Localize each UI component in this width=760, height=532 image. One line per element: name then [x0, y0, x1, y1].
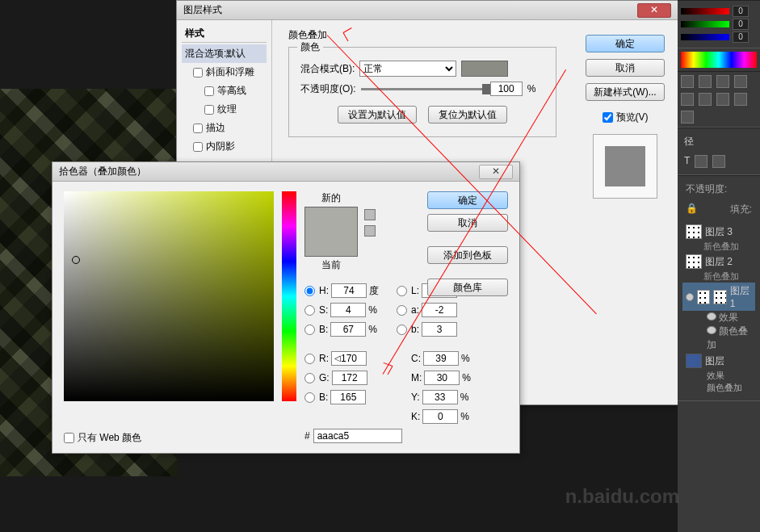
g-radio[interactable]	[304, 373, 315, 383]
r-slider[interactable]	[681, 8, 729, 15]
eye-icon[interactable]	[707, 326, 716, 334]
web-only-checkbox[interactable]: 只有 Web 颜色	[64, 431, 141, 445]
stroke-checkbox[interactable]: 描边	[182, 119, 267, 137]
add-swatch-button[interactable]: 添加到色板	[427, 246, 508, 264]
reset-default-button[interactable]: 复位为默认值	[428, 106, 507, 124]
cube-icon[interactable]	[364, 209, 376, 220]
styles-header: 样式	[182, 25, 267, 43]
color-picker-dialog: 拾色器（叠加颜色） ✕ ◁ 新的 当前	[52, 161, 520, 454]
current-label: 当前	[321, 258, 341, 272]
spectrum[interactable]	[681, 52, 757, 68]
layer-row[interactable]: 图层 2	[682, 253, 755, 270]
paths-panel: 径 T	[678, 128, 760, 175]
sv-cursor-icon	[72, 256, 80, 264]
dialog-title: 拾色器（叠加颜色）	[59, 165, 146, 178]
right-panels: 0 0 0 径 T 不透明度: 🔒填充: 图层 3 新色叠加 图层 2 新色叠加…	[678, 0, 760, 532]
new-color	[305, 207, 357, 232]
set-default-button[interactable]: 设置为默认值	[338, 106, 417, 124]
adjust-icon[interactable]	[681, 93, 694, 106]
preview-checkbox[interactable]: 预览(V)	[603, 111, 649, 124]
color-swatch[interactable]	[461, 61, 508, 77]
g-slider[interactable]	[681, 21, 729, 27]
lab-b-radio[interactable]	[397, 325, 407, 335]
s-radio[interactable]	[304, 305, 315, 316]
lock-icon[interactable]: 🔒	[686, 203, 698, 216]
ok-button[interactable]: 确定	[586, 35, 665, 52]
color-compare[interactable]	[304, 207, 358, 257]
adjust-panel	[678, 71, 760, 128]
effect-label[interactable]: 新色叠加	[682, 270, 755, 283]
opacity-label: 不透明度(O):	[300, 82, 356, 96]
k-input[interactable]	[422, 409, 458, 424]
eye-icon[interactable]	[686, 293, 694, 301]
watermark: n.baidu.com	[565, 485, 679, 508]
subtitle: 颜色	[297, 40, 323, 54]
type-icon[interactable]: T	[684, 155, 690, 168]
l-radio[interactable]	[397, 286, 407, 296]
opacity-slider[interactable]	[361, 88, 485, 90]
g-input[interactable]	[332, 371, 367, 385]
titlebar[interactable]: 图层样式 ✕	[177, 1, 678, 20]
section-title: 颜色叠加	[288, 28, 556, 42]
hex-input[interactable]	[313, 429, 402, 443]
m-input[interactable]	[424, 371, 460, 385]
close-button[interactable]: ✕	[637, 3, 671, 18]
path-label[interactable]: 径	[681, 132, 757, 152]
color-lib-button[interactable]: 颜色库	[427, 279, 508, 296]
hue-pointer-icon: ◁	[334, 354, 341, 362]
cancel-button[interactable]: 取消	[427, 214, 508, 232]
dialog-buttons: 确定 取消 新建样式(W)... 预览(V)	[573, 20, 678, 404]
y-input[interactable]	[422, 390, 458, 404]
tool-icon[interactable]	[712, 155, 725, 168]
a-radio[interactable]	[397, 305, 407, 316]
close-button[interactable]: ✕	[479, 165, 513, 179]
tool-icon[interactable]	[695, 155, 708, 168]
saturation-value-field[interactable]	[64, 191, 274, 401]
a-input[interactable]	[422, 303, 457, 317]
hue-slider[interactable]	[282, 191, 296, 401]
b-input[interactable]	[330, 322, 366, 337]
texture-checkbox[interactable]: 纹理	[182, 100, 267, 119]
lab-b-input[interactable]	[422, 322, 457, 337]
adjust-icon[interactable]	[734, 93, 747, 106]
dialog-title: 图层样式	[183, 3, 222, 17]
layer-row[interactable]: 图层 3	[682, 223, 755, 241]
titlebar[interactable]: 拾色器（叠加颜色） ✕	[52, 162, 519, 182]
layer-row[interactable]: 图层 1	[682, 283, 755, 311]
b-radio[interactable]	[304, 325, 315, 335]
adjust-icon[interactable]	[681, 75, 694, 88]
bb-input[interactable]	[330, 390, 366, 404]
blend-mode-label: 混合模式(B):	[300, 62, 355, 76]
cancel-button[interactable]: 取消	[586, 59, 665, 77]
color-panel: 0 0 0	[678, 0, 760, 48]
opacity-input[interactable]	[490, 82, 523, 96]
bevel-checkbox[interactable]: 斜面和浮雕	[182, 63, 267, 82]
inner-shadow-checkbox[interactable]: 内阴影	[182, 137, 267, 156]
adjust-icon[interactable]	[699, 93, 712, 106]
h-radio[interactable]	[304, 286, 315, 296]
new-label: 新的	[321, 191, 341, 205]
layer-row[interactable]: 图层	[682, 352, 755, 370]
ok-button[interactable]: 确定	[427, 191, 508, 209]
c-input[interactable]	[423, 351, 459, 366]
cube-icon[interactable]	[364, 225, 376, 237]
preview-box	[593, 134, 657, 199]
new-style-button[interactable]: 新建样式(W)...	[586, 83, 665, 101]
current-color	[305, 232, 357, 256]
layers-panel: 不透明度: 🔒填充: 图层 3 新色叠加 图层 2 新色叠加 图层 1 效果 颜…	[678, 175, 760, 401]
blend-options[interactable]: 混合选项:默认	[182, 44, 267, 63]
r-radio[interactable]	[304, 354, 315, 364]
adjust-icon[interactable]	[681, 111, 694, 124]
h-input[interactable]	[331, 283, 367, 298]
effect-label[interactable]: 新色叠加	[682, 241, 755, 253]
adjust-icon[interactable]	[716, 93, 729, 106]
blend-mode-select[interactable]: 正常	[359, 61, 456, 77]
b-slider[interactable]	[681, 34, 729, 40]
adjust-icon[interactable]	[734, 75, 747, 88]
contour-checkbox[interactable]: 等高线	[182, 82, 267, 100]
eye-icon[interactable]	[707, 312, 716, 320]
adjust-icon[interactable]	[699, 75, 712, 88]
adjust-icon[interactable]	[716, 75, 729, 88]
bb-radio[interactable]	[304, 392, 315, 403]
s-input[interactable]	[330, 303, 366, 317]
